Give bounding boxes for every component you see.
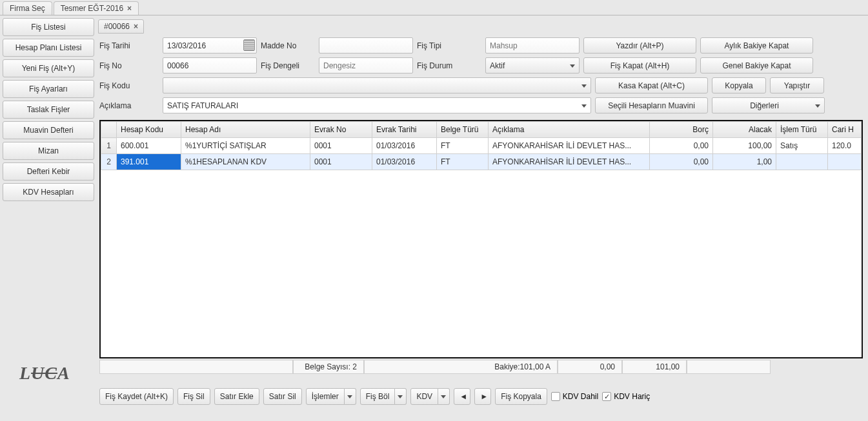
btn-yapistir[interactable]: Yapıştır: [770, 77, 824, 93]
col-evrak-tarihi[interactable]: Evrak Tarihi: [372, 122, 437, 138]
label-fis-durum: Fiş Durum: [417, 61, 481, 70]
cell-hesap-adi[interactable]: %1HESAPLANAN KDV: [181, 154, 310, 170]
nav-yeni-fis[interactable]: Yeni Fiş (Alt+Y): [3, 59, 94, 77]
cell-cari-h[interactable]: 120.0: [828, 138, 862, 154]
btn-genel-bakiye-kapat[interactable]: Genel Bakiye Kapat: [700, 57, 813, 73]
cell-aciklama[interactable]: AFYONKARAHİSAR İLİ DEVLET HAS...: [489, 138, 650, 154]
cell-borc[interactable]: 0,00: [650, 154, 713, 170]
nav-taslak-fisler[interactable]: Taslak Fişler: [3, 101, 94, 119]
split-kdv[interactable]: KDV: [410, 388, 450, 405]
nav-kdv-hesaplari[interactable]: KDV Hesapları: [3, 183, 94, 201]
col-hesap-kodu[interactable]: Hesap Kodu: [117, 122, 181, 138]
input-fis-tipi[interactable]: [485, 37, 580, 54]
fis-grid[interactable]: Hesap Kodu Hesap Adı Evrak No Evrak Tari…: [101, 121, 862, 170]
nav-hesap-plani-listesi[interactable]: Hesap Planı Listesi: [3, 39, 94, 57]
input-fis-dengeli[interactable]: [319, 57, 413, 73]
select-digerleri[interactable]: Diğerleri: [712, 97, 825, 113]
status-left-spacer: [99, 360, 293, 374]
close-icon[interactable]: ×: [134, 22, 138, 31]
table-row[interactable]: 1 600.001 %1YURTİÇİ SATIŞLAR 0001 01/03/…: [101, 138, 862, 154]
cell-cari-h[interactable]: [828, 154, 862, 170]
cell-belge-turu[interactable]: FT: [437, 154, 489, 170]
btn-fis-bol[interactable]: Fiş Böl: [360, 388, 396, 405]
nav-muavin-defteri[interactable]: Muavin Defteri: [3, 121, 94, 139]
btn-fis-kopyala[interactable]: Fiş Kopyala: [495, 388, 547, 405]
btn-next[interactable]: ►: [474, 388, 491, 405]
btn-fis-sil[interactable]: Fiş Sil: [177, 388, 210, 405]
cell-evrak-tarihi[interactable]: 01/03/2016: [372, 154, 437, 170]
cell-hesap-adi[interactable]: %1YURTİÇİ SATIŞLAR: [181, 138, 310, 154]
btn-prev[interactable]: ◄: [454, 388, 470, 405]
cell-borc[interactable]: 0,00: [650, 138, 713, 154]
nav-fis-ayarlari[interactable]: Fiş Ayarları: [3, 80, 94, 98]
left-nav: Fiş Listesi Hesap Planı Listesi Yeni Fiş…: [3, 18, 97, 418]
btn-kdv[interactable]: KDV: [410, 388, 438, 405]
combo-aciklama[interactable]: SATIŞ FATURALARI: [163, 97, 591, 113]
cell-hesap-kodu[interactable]: 391.001: [117, 154, 181, 170]
top-tab-bar: Firma Seç Tesmer EĞT-2016 ×: [0, 0, 868, 15]
cell-aciklama[interactable]: AFYONKARAHİSAR İLİ DEVLET HAS...: [489, 154, 650, 170]
btn-satir-sil[interactable]: Satır Sil: [263, 388, 302, 405]
inner-tab-00066[interactable]: #00066 ×: [98, 19, 144, 34]
col-hesap-adi[interactable]: Hesap Adı: [181, 122, 310, 138]
btn-yazdir[interactable]: Yazdır (Alt+P): [583, 37, 696, 54]
checkbox-icon[interactable]: ✓: [602, 392, 611, 401]
cell-hesap-kodu[interactable]: 600.001: [117, 138, 181, 154]
table-row[interactable]: 2 391.001 %1HESAPLANAN KDV 0001 01/03/20…: [101, 154, 862, 170]
col-evrak-no[interactable]: Evrak No: [310, 122, 372, 138]
select-fis-kodu[interactable]: [163, 77, 591, 93]
label-fis-kodu: Fiş Kodu: [99, 81, 159, 90]
col-borc[interactable]: Borç: [650, 122, 713, 138]
col-belge-turu[interactable]: Belge Türü: [437, 122, 489, 138]
calendar-icon[interactable]: [243, 39, 255, 51]
nav-defteri-kebir[interactable]: Defteri Kebir: [3, 162, 94, 181]
chevron-down-icon[interactable]: [395, 388, 407, 405]
chevron-down-icon[interactable]: [345, 388, 356, 405]
btn-kopyala[interactable]: Kopyala: [712, 77, 766, 93]
status-trailing-spacer: [687, 360, 771, 374]
cell-evrak-no[interactable]: 0001: [310, 138, 372, 154]
tab-tesmer-label: Tesmer EĞT-2016: [61, 4, 123, 13]
bottom-toolbar: Fiş Kaydet (Alt+K) Fiş Sil Satır Ekle Sa…: [97, 384, 865, 407]
col-alacak[interactable]: Alacak: [713, 122, 776, 138]
btn-kasa-kapat[interactable]: Kasa Kapat (Alt+C): [595, 77, 708, 93]
nav-mizan[interactable]: Mizan: [3, 142, 94, 160]
input-fis-no[interactable]: [163, 57, 257, 73]
cell-alacak[interactable]: 1,00: [713, 154, 776, 170]
cell-num: 2: [101, 154, 117, 170]
col-num[interactable]: [101, 122, 117, 138]
cell-evrak-no[interactable]: 0001: [310, 154, 372, 170]
btn-secili-muavin[interactable]: Seçili Hesapların Muavini: [595, 97, 708, 113]
check-kdv-haric[interactable]: ✓ KDV Hariç: [602, 392, 650, 401]
split-islemler[interactable]: İşlemler: [306, 388, 356, 405]
btn-islemler[interactable]: İşlemler: [306, 388, 345, 405]
cell-alacak[interactable]: 100,00: [713, 138, 776, 154]
close-icon[interactable]: ×: [127, 4, 132, 13]
cell-evrak-tarihi[interactable]: 01/03/2016: [372, 138, 437, 154]
input-madde-no[interactable]: [319, 37, 413, 54]
nav-fis-listesi[interactable]: Fiş Listesi: [3, 18, 94, 36]
col-islem-turu[interactable]: İşlem Türü: [776, 122, 828, 138]
btn-fis-kapat[interactable]: Fiş Kapat (Alt+H): [583, 57, 696, 73]
btn-fis-kaydet[interactable]: Fiş Kaydet (Alt+K): [99, 388, 174, 405]
label-madde-no: Madde No: [261, 41, 315, 50]
cell-belge-turu[interactable]: FT: [437, 138, 489, 154]
split-fis-bol[interactable]: Fiş Böl: [360, 388, 407, 405]
btn-aylik-bakiye-kapat[interactable]: Aylık Bakiye Kapat: [700, 37, 813, 54]
check-kdv-dahil[interactable]: KDV Dahil: [551, 392, 598, 401]
tab-tesmer[interactable]: Tesmer EĞT-2016 ×: [54, 1, 139, 15]
cell-islem-turu[interactable]: Satış: [776, 138, 828, 154]
status-belge-sayisi: Belge Sayısı: 2: [293, 360, 364, 374]
tab-firma-sec[interactable]: Firma Seç: [3, 1, 52, 15]
chevron-down-icon[interactable]: [438, 388, 450, 405]
cell-num: 1: [101, 138, 117, 154]
main-panel: #00066 × Fiş Tarihi Madde No Fiş Tipi Ya…: [97, 18, 865, 418]
logo: LUCA: [19, 363, 70, 384]
col-aciklama[interactable]: Açıklama: [489, 122, 650, 138]
horizontal-scrollbar[interactable]: [99, 374, 863, 384]
select-fis-durum[interactable]: Aktif: [485, 57, 580, 73]
col-cari-h[interactable]: Cari H: [828, 122, 862, 138]
checkbox-icon[interactable]: [551, 392, 560, 401]
btn-satir-ekle[interactable]: Satır Ekle: [214, 388, 259, 405]
cell-islem-turu[interactable]: [776, 154, 828, 170]
